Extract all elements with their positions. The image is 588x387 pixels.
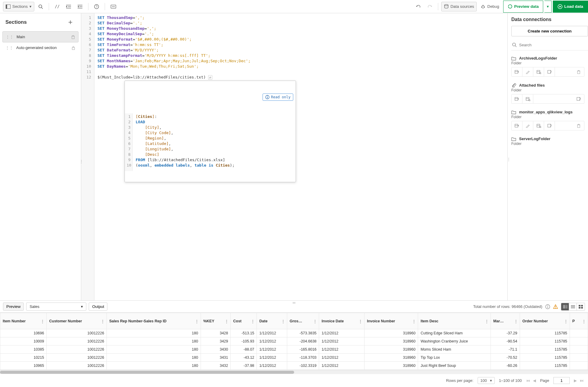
conn-select-button[interactable] <box>533 67 544 76</box>
conn-unlink-button[interactable] <box>573 94 584 103</box>
view-list-button[interactable] <box>569 303 577 310</box>
table-row[interactable]: 10215100122261803431-43.121/12/2012-118.… <box>0 354 588 362</box>
delete-section-button[interactable] <box>71 35 75 39</box>
connections-search[interactable] <box>511 41 588 51</box>
column-header[interactable]: Customer Number⋮ <box>47 313 107 329</box>
column-menu-icon[interactable]: ⋮ <box>225 319 229 323</box>
table-cell: 318960 <box>364 329 418 337</box>
help-button[interactable]: ? <box>91 2 102 11</box>
drag-handle-icon[interactable]: ⋮⋮ <box>6 35 14 39</box>
conn-unlink-button[interactable] <box>544 67 555 76</box>
column-header[interactable]: Order Number⋮ <box>520 313 570 329</box>
horizontal-scrollbar[interactable] <box>0 370 588 374</box>
rows-per-page-select[interactable]: 100▾ <box>478 377 495 384</box>
connections-resize-handle[interactable]: ⋮ <box>507 157 511 161</box>
column-menu-icon[interactable]: ⋮ <box>359 319 362 323</box>
first-page-button[interactable]: ⏮ <box>526 378 530 383</box>
data-sources-button[interactable]: Data sources <box>441 2 477 11</box>
column-header[interactable]: Date⋮ <box>257 313 287 329</box>
column-menu-icon[interactable]: ⋮ <box>582 319 586 323</box>
column-header[interactable]: Item Desc⋮ <box>418 313 491 329</box>
sections-toggle-button[interactable]: Sections ▾ <box>3 2 34 11</box>
info-icon <box>265 95 269 99</box>
column-menu-icon[interactable]: ⋮ <box>412 319 416 323</box>
preview-resize-handle[interactable]: ═ <box>293 300 295 305</box>
table-row[interactable]: 10009100122261803429-105.931/12/2012-204… <box>0 337 588 346</box>
conn-insert-button[interactable] <box>512 67 522 76</box>
prev-page-button[interactable]: ◀ <box>533 378 536 383</box>
column-header[interactable]: P⋮ <box>570 313 588 329</box>
conn-insert-button[interactable] <box>512 94 522 103</box>
table-row[interactable]: 10965100122261803432-37.981/12/2012-102.… <box>0 362 588 370</box>
preview-data-dropdown[interactable]: ▾ <box>544 1 552 13</box>
data-grid[interactable]: Item Number⋮Customer Number⋮Sales Rep Nu… <box>0 312 588 370</box>
column-header[interactable]: Sales Rep Number-Sales Rep ID⋮ <box>107 313 201 329</box>
variables-button[interactable] <box>108 2 119 11</box>
locked-icon <box>71 46 75 50</box>
column-menu-icon[interactable]: ⋮ <box>195 319 199 323</box>
scroll-thumb[interactable] <box>0 371 294 374</box>
conn-select-button[interactable] <box>522 94 533 103</box>
load-data-button[interactable]: Load data <box>553 1 588 13</box>
add-section-button[interactable] <box>65 17 75 27</box>
search-button[interactable] <box>35 2 46 11</box>
table-row[interactable]: 10696100122261803428-513.151/12/2012-573… <box>0 329 588 337</box>
column-menu-icon[interactable]: ⋮ <box>281 319 285 323</box>
conn-delete-button[interactable] <box>573 67 584 76</box>
conn-select-button[interactable] <box>533 121 544 130</box>
warning-icon[interactable] <box>553 304 558 309</box>
connection-item[interactable]: ServerLogFolder <box>511 134 584 142</box>
svg-marker-7 <box>66 6 67 8</box>
table-select[interactable]: Sales ▾ <box>26 303 86 311</box>
conn-edit-button[interactable] <box>522 121 533 130</box>
conn-insert-button[interactable] <box>512 121 522 130</box>
column-header[interactable]: Invoice Date⋮ <box>319 313 365 329</box>
column-header[interactable]: Item Number⋮ <box>0 313 47 329</box>
output-tab[interactable]: Output <box>89 303 107 311</box>
column-header[interactable]: Gros…⋮ <box>287 313 319 329</box>
section-item-autogen[interactable]: ⋮⋮ Auto-generated section <box>2 42 79 53</box>
column-header[interactable]: Mar…⋮ <box>491 313 520 329</box>
view-table-button[interactable] <box>561 303 569 310</box>
column-menu-icon[interactable]: ⋮ <box>41 319 45 323</box>
editor-code-body[interactable]: SET ThousandSep=',';SET DecimalSep='.';S… <box>94 13 507 300</box>
conn-unlink-button[interactable] <box>544 121 555 130</box>
svg-line-3 <box>42 8 43 9</box>
column-menu-icon[interactable]: ⋮ <box>251 319 255 323</box>
sidebar-resize-handle[interactable]: ⋮ <box>80 157 82 166</box>
next-page-button[interactable]: ▶ <box>574 378 577 383</box>
column-header[interactable]: %KEY⋮ <box>201 313 231 329</box>
column-menu-icon[interactable]: ⋮ <box>485 319 489 323</box>
script-editor[interactable]: ⋮ 123456789101112 SET ThousandSep=',';SE… <box>81 13 507 300</box>
preview-tab[interactable]: Preview <box>3 303 24 311</box>
section-item-label: Auto-generated section <box>16 45 57 50</box>
connection-item[interactable]: Attached files <box>511 80 584 88</box>
indent-button[interactable] <box>63 2 74 11</box>
column-header[interactable]: Cost⋮ <box>231 313 257 329</box>
drag-handle-icon[interactable]: ⋮⋮ <box>5 45 13 50</box>
last-page-button[interactable]: ⏭ <box>580 378 584 383</box>
comment-toggle-button[interactable]: // <box>52 2 62 11</box>
view-grid-button[interactable] <box>577 303 585 310</box>
section-item-main[interactable]: ⋮⋮ Main <box>2 31 79 42</box>
column-menu-icon[interactable]: ⋮ <box>101 319 105 323</box>
info-icon[interactable] <box>545 304 550 309</box>
connection-item[interactable]: monitor_apps_qlikview_logs <box>511 107 584 115</box>
column-header[interactable]: Invoice Number⋮ <box>364 313 418 329</box>
table-row[interactable]: 10385100122261803430-88.071/12/2012-165.… <box>0 346 588 354</box>
column-menu-icon[interactable]: ⋮ <box>564 319 568 323</box>
table-cell: 3428 <box>201 329 231 337</box>
conn-edit-button[interactable] <box>522 67 533 76</box>
outdent-button[interactable] <box>75 2 85 11</box>
conn-delete-button[interactable] <box>573 121 584 130</box>
debug-button[interactable]: Debug <box>478 2 502 11</box>
column-menu-icon[interactable]: ⋮ <box>313 319 317 323</box>
connections-search-input[interactable] <box>519 43 587 47</box>
page-input[interactable] <box>553 377 570 384</box>
preview-data-button[interactable]: Preview data <box>503 1 543 13</box>
redo-button[interactable] <box>425 2 435 11</box>
create-connection-button[interactable]: Create new connection <box>511 26 588 36</box>
connection-item[interactable]: ArchivedLogsFolder <box>511 54 584 61</box>
column-menu-icon[interactable]: ⋮ <box>514 319 518 323</box>
undo-button[interactable] <box>413 2 423 11</box>
